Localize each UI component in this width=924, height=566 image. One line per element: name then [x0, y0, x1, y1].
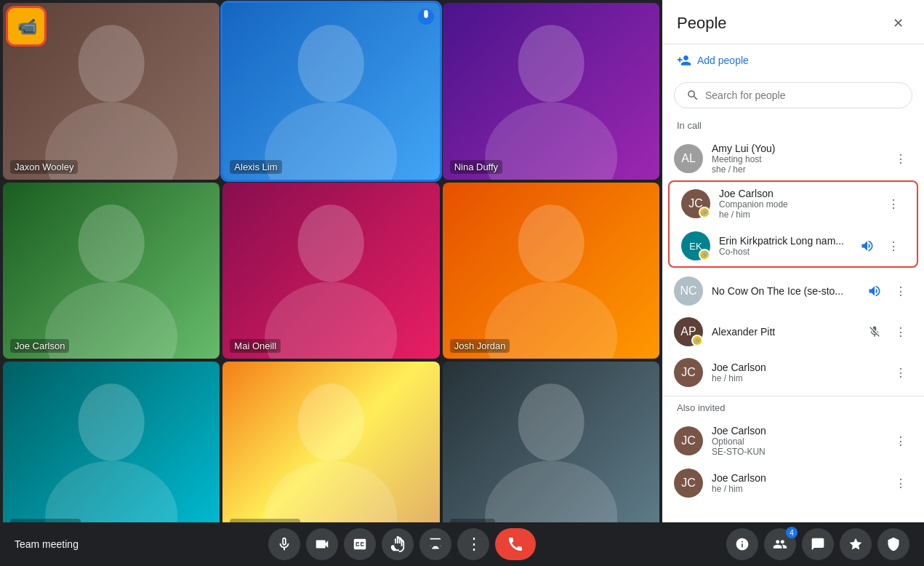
- people-list: In callALAmy Lui (You)Meeting hostshe / …: [662, 117, 924, 522]
- video-grid: Jaxon Wooley Alexis Lim Nina Duffy Joe C…: [0, 0, 662, 522]
- tile-name: Nina Duffy: [450, 160, 502, 174]
- meet-logo-button[interactable]: 📹: [6, 6, 47, 47]
- person-actions-alex: ⋮: [863, 320, 912, 343]
- people-button[interactable]: 4: [764, 528, 796, 560]
- microphone-button[interactable]: [268, 528, 300, 560]
- video-tile-tile-8[interactable]: Jennie Kramer: [222, 362, 439, 522]
- tile-name: Josh Jordan: [450, 339, 510, 353]
- end-call-icon: [507, 535, 524, 553]
- speaking-icon-nocow[interactable]: [863, 279, 886, 303]
- person-name-erin: Erin Kirkpatrick Long nam...: [719, 235, 856, 247]
- person-item-amy[interactable]: ALAmy Lui (You)Meeting hostshe / her⋮: [662, 137, 924, 180]
- toolbar-center: ⋮: [268, 528, 536, 560]
- person-info-alex: Alexander Pitt: [712, 326, 863, 338]
- svg-point-13: [518, 204, 584, 282]
- end-call-button[interactable]: [495, 528, 536, 560]
- add-people-button[interactable]: Add people: [662, 44, 924, 76]
- video-tile-tile-6[interactable]: Josh Jordan: [443, 183, 659, 359]
- svg-text:📹: 📹: [17, 17, 38, 36]
- svg-point-19: [518, 384, 584, 461]
- more-btn-invited-joe-invited[interactable]: ⋮: [889, 429, 912, 453]
- tile-name: Lani Lee: [450, 519, 495, 522]
- camera-button[interactable]: [306, 528, 338, 560]
- more-btn-amy[interactable]: ⋮: [889, 147, 912, 170]
- more-btn-joe-carlson-2[interactable]: ⋮: [889, 361, 912, 384]
- add-people-label: Add people: [697, 55, 749, 66]
- video-tile-tile-9[interactable]: Lani Lee: [443, 362, 659, 522]
- people-panel: People ✕ Add people In callALAmy Lui (Yo…: [662, 0, 924, 522]
- person-detail-amy: Meeting hostshe / her: [712, 154, 889, 175]
- person-item-nocow[interactable]: NCNo Cow On The Ice (se-sto...⋮: [662, 271, 924, 311]
- person-name-alex: Alexander Pitt: [712, 326, 863, 338]
- activities-button[interactable]: [840, 528, 872, 560]
- name-invited-joe-invited: Joe Carlson: [712, 425, 889, 437]
- more-btn-nocow[interactable]: ⋮: [889, 279, 912, 303]
- person-detail-joe-carlson-1: Companion modehe / him: [719, 199, 882, 220]
- close-panel-button[interactable]: ✕: [886, 12, 909, 35]
- camera-icon: [314, 536, 330, 552]
- person-info-joe-carlson-2: Joe Carlsonhe / him: [712, 362, 889, 383]
- avatar-erin: EK🔗: [681, 231, 710, 260]
- person-actions-amy: ⋮: [889, 147, 912, 170]
- shield-icon: [886, 537, 901, 551]
- svg-point-9: [79, 204, 145, 282]
- svg-point-11: [298, 204, 364, 282]
- search-input[interactable]: [705, 89, 900, 101]
- panel-header: People ✕: [662, 0, 924, 44]
- panel-title: People: [677, 14, 727, 33]
- captions-button[interactable]: [344, 528, 376, 560]
- detail-invited-joe-invited: OptionalSE-STO-KUN: [712, 437, 889, 457]
- person-item-erin[interactable]: EK🔗Erin Kirkpatrick Long nam...Co-host⋮: [670, 226, 917, 266]
- raise-hand-button[interactable]: [382, 528, 414, 560]
- video-area: 📹 Jaxon Wooley Alexis Lim Nina Duffy: [0, 0, 662, 522]
- more-btn-alex[interactable]: ⋮: [889, 320, 912, 343]
- person-item-alex[interactable]: AP🔗Alexander Pitt⋮: [662, 311, 924, 352]
- speaking-icon-erin[interactable]: [856, 234, 879, 258]
- svg-point-7: [518, 25, 584, 102]
- more-btn-erin[interactable]: ⋮: [882, 234, 905, 258]
- person-info-erin: Erin Kirkpatrick Long nam...Co-host: [719, 235, 856, 257]
- person-item-joe-carlson-1[interactable]: JC🔗Joe CarlsonCompanion modehe / him⋮: [670, 182, 917, 226]
- video-tile-tile-3[interactable]: Nina Duffy: [443, 3, 659, 180]
- detail-invited-joe-last: he / him: [712, 484, 889, 494]
- person-silhouette: [222, 362, 439, 522]
- avatar-invited-joe-invited: JC: [674, 426, 703, 455]
- person-name-nocow: No Cow On The Ice (se-sto...: [712, 285, 863, 297]
- person-silhouette: [3, 362, 220, 522]
- svg-point-18: [265, 461, 397, 522]
- invited-item-joe-invited[interactable]: JCJoe CarlsonOptionalSE-STO-KUN⋮: [662, 419, 924, 463]
- person-silhouette: [443, 3, 659, 180]
- svg-point-4: [298, 25, 364, 102]
- tile-name: Jaxon Wooley: [10, 160, 78, 174]
- person-silhouette: [443, 183, 659, 359]
- video-tile-tile-5[interactable]: Mai Oneill: [222, 183, 439, 359]
- people-icon: [773, 537, 787, 551]
- search-box: [674, 82, 912, 108]
- more-btn-invited-joe-last[interactable]: ⋮: [889, 471, 912, 495]
- info-invited-joe-last: Joe Carlsonhe / him: [712, 472, 889, 494]
- present-button[interactable]: [419, 528, 451, 560]
- captions-icon: [352, 536, 368, 552]
- video-tile-tile-7[interactable]: Rosa Michaels: [3, 362, 220, 522]
- person-silhouette: [222, 3, 439, 180]
- video-tile-tile-2[interactable]: Alexis Lim: [222, 3, 439, 180]
- person-name-joe-carlson-1: Joe Carlson: [719, 188, 882, 199]
- more-options-button[interactable]: ⋮: [457, 528, 489, 560]
- tile-name: Mai Oneill: [230, 339, 281, 353]
- person-silhouette: [222, 183, 439, 359]
- companion-badge: 🔗: [691, 335, 703, 346]
- chat-button[interactable]: [802, 528, 834, 560]
- person-actions-joe-carlson-2: ⋮: [889, 361, 912, 384]
- svg-point-12: [265, 282, 397, 359]
- person-item-joe-carlson-2[interactable]: JCJoe Carlsonhe / him⋮: [662, 352, 924, 393]
- info-button[interactable]: [726, 528, 758, 560]
- muted-icon-alex[interactable]: [863, 320, 886, 343]
- toolbar-left: Team meeting: [15, 538, 79, 550]
- video-tile-tile-4[interactable]: Joe Carlson: [3, 183, 220, 359]
- invited-item-joe-last[interactable]: JCJoe Carlsonhe / him⋮: [662, 463, 924, 503]
- info-invited-joe-invited: Joe CarlsonOptionalSE-STO-KUN: [712, 425, 889, 457]
- security-button[interactable]: [877, 528, 909, 560]
- person-actions-erin: ⋮: [856, 234, 905, 258]
- more-btn-joe-carlson-1[interactable]: ⋮: [882, 192, 905, 215]
- person-info-amy: Amy Lui (You)Meeting hostshe / her: [712, 143, 889, 175]
